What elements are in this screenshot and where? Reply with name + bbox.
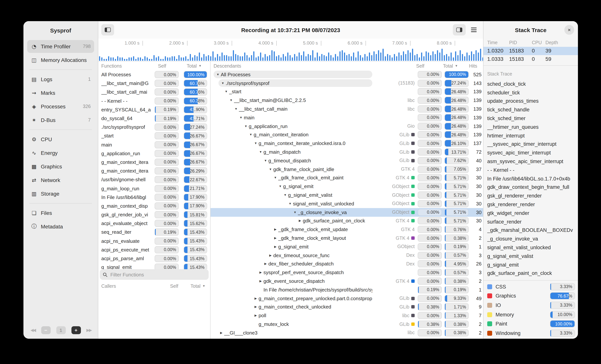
chevron-down-icon[interactable]: ▼	[253, 142, 259, 145]
table-row[interactable]: g_main_context_itera0.00%26.67%26.67%	[98, 158, 210, 166]
tree-row[interactable]: ▼__libc_start_main@GLIBC_2.2.5libc0.00%2…	[210, 96, 483, 105]
chevron-down-icon[interactable]: ▼	[287, 202, 293, 205]
table-row[interactable]: All Processes0.00%100.00%100.00%	[98, 70, 210, 79]
stack-frame[interactable]: sched_clock_tick	[487, 80, 576, 88]
tree-row[interactable]: ▼__libc_start_call_mainlibc0.00%26.48%26…	[210, 105, 483, 113]
table-row[interactable]: - - Kernel - -0.00%60.38%60.38%	[98, 96, 210, 105]
tree-row[interactable]: ▶_gdk_frame_clock_emit_updateGTK 40.00%0…	[210, 225, 483, 234]
tree-row[interactable]: ▶__GI___clone3libc0.00%0.38%0.38%2	[210, 328, 483, 337]
chevron-right-icon[interactable]: ▶	[253, 314, 259, 317]
callers-column-header[interactable]: Callers	[101, 282, 147, 290]
chevron-right-icon[interactable]: ▶	[263, 262, 268, 266]
tree-row[interactable]: ▶dex_timeout_source_funcDex0.00%0.57%0.5…	[210, 251, 483, 259]
stack-frame[interactable]: signal_emit_valist_unlocked	[487, 243, 576, 252]
chevron-down-icon[interactable]: ▼	[263, 159, 268, 162]
chevron-down-icon[interactable]: ▼	[248, 133, 254, 136]
chevron-down-icon[interactable]: ▼	[277, 185, 283, 188]
sidebar-item-energy[interactable]: ∿Energy	[27, 146, 94, 159]
chevron-down-icon[interactable]: ▼	[243, 125, 249, 128]
tree-row[interactable]: ▼g_signal_emit_valistGObject0.00%5.71%5.…	[210, 191, 483, 199]
tree-row[interactable]: ▼g_main_dispatchGLib0.00%13.71%13.71%72	[210, 148, 483, 156]
table-row[interactable]: In File /usr/lib64/libgl0.00%17.90%17.90…	[98, 193, 210, 201]
sidebar-item-storage[interactable]: ▥Storage	[27, 187, 94, 200]
tree-row[interactable]: ▼g_application_runGio0.00%26.48%26.48%13…	[210, 122, 483, 131]
chevron-right-icon[interactable]: ▶	[258, 279, 263, 283]
stack-frame[interactable]: gtk_widget_render	[487, 209, 576, 218]
stack-frame[interactable]: scheduler_tick	[487, 88, 576, 97]
chevron-down-icon[interactable]: ▼	[233, 107, 239, 111]
zoom-level-button[interactable]: 1	[56, 326, 66, 334]
tree-row[interactable]: ▼g_signal_emitGObject0.00%5.71%5.71%30	[210, 182, 483, 191]
tree-row[interactable]: ▼main0.00%26.48%26.48%139	[210, 113, 483, 122]
sidebar-item-network[interactable]: ⇄Network	[27, 174, 94, 187]
stack-frame[interactable]: g_signal_emit	[487, 260, 576, 269]
callers-self-header[interactable]: Self	[170, 282, 189, 290]
chevron-down-icon[interactable]: ▼	[215, 73, 221, 76]
chevron-right-icon[interactable]: ▶	[297, 219, 303, 223]
chevron-right-icon[interactable]: ▶	[253, 305, 259, 309]
stack-frame[interactable]: tick_sched_timer	[487, 114, 576, 123]
stack-frame[interactable]: hrtimer_interrupt	[487, 131, 576, 140]
stack-frame[interactable]: _gdk_marshal_BOOLEAN__BOXEDv	[487, 226, 576, 235]
stack-frame[interactable]: asm_sysvec_apic_timer_interrupt	[487, 157, 576, 166]
tree-row[interactable]: ▶_gdk_frame_clock_emit_layoutGTK 40.00%0…	[210, 234, 483, 242]
table-row[interactable]: entry_SYSCALL_64_a0.19%0.19%41.90%41.90%	[98, 105, 210, 114]
stack-frame[interactable]: surface_render	[487, 218, 576, 226]
descendants-hits-header[interactable]: Hits	[469, 62, 484, 70]
functions-column-header[interactable]: Functions	[101, 62, 154, 70]
sidebar-item-graphics[interactable]: ▩Graphics	[27, 160, 94, 173]
stack-sample-row[interactable]: 1.032015183039	[483, 47, 578, 55]
table-row[interactable]: acpi_ns_evaluate0.00%15.43%15.43%	[98, 237, 210, 245]
stack-frame[interactable]: gsk_gl_renderer_render	[487, 192, 576, 200]
cpu-activity-chart[interactable]	[98, 48, 483, 62]
zoom-out-button[interactable]: −	[41, 326, 50, 334]
stack-frame[interactable]: __hrtimer_run_queues	[487, 123, 576, 131]
chevron-down-icon[interactable]: ▼	[228, 99, 234, 102]
functions-self-header[interactable]: Self	[158, 62, 177, 70]
stack-frame[interactable]: __sysvec_apic_timer_interrupt	[487, 140, 576, 149]
stack-frame[interactable]: In File /usr/lib64/libGL.so.1.7.0+0x4b	[487, 174, 576, 183]
tree-row[interactable]: ▶dex_fiber_scheduler_dispatchDex0.00%4.9…	[210, 259, 483, 268]
filter-functions-input[interactable]	[110, 271, 206, 278]
table-row[interactable]: ./src/sysprof/sysprof0.00%27.24%27.24%	[98, 123, 210, 131]
tree-row[interactable]: ▶g_signal_emitGObject0.00%0.19%0.19%1	[210, 242, 483, 251]
tree-row[interactable]: ▼All Processes0.00%100.00%100.00%525	[210, 70, 483, 79]
table-row[interactable]: main0.00%26.67%26.67%	[98, 140, 210, 149]
table-row[interactable]: acpi_evaluate_object0.00%15.62%15.62%	[98, 219, 210, 228]
table-row[interactable]: /usr/bin/gnome-shell0.00%22.67%22.67%	[98, 175, 210, 184]
stack-frame[interactable]: tick_sched_handle	[487, 105, 576, 114]
table-row[interactable]: gsk_gl_render_job_vi0.00%15.81%15.81%	[98, 210, 210, 219]
chevron-down-icon[interactable]: ▼	[258, 150, 263, 154]
rewind-icon[interactable]: ◀◀	[30, 328, 35, 333]
table-row[interactable]: g_signal_emit0.00%15.43%15.43%	[98, 263, 210, 269]
tree-row[interactable]: g_mutex_lockGLib0.38%0.38%0.38%0.38%2	[210, 320, 483, 328]
tree-row[interactable]: ▼_start0.00%26.48%26.48%139	[210, 87, 483, 96]
table-row[interactable]: __libc_start_call_mai0.00%60.76%60.76%	[98, 88, 210, 96]
chevron-right-icon[interactable]: ▶	[253, 297, 259, 300]
table-row[interactable]: acpi_ps_execute_met0.00%15.43%15.43%	[98, 245, 210, 254]
stack-frame[interactable]: gdk_draw_context_begin_frame_full	[487, 183, 576, 192]
tree-row[interactable]: ▼g_main_context_iterate_unlocked.isra.0G…	[210, 139, 483, 148]
stack-frame[interactable]: gdk_surface_paint_on_clock	[487, 269, 576, 278]
chevron-right-icon[interactable]: ▶	[219, 331, 224, 335]
descendants-total-header[interactable]: Total▼	[443, 62, 458, 70]
sidebar-item-files[interactable]: ❏Files	[27, 207, 94, 219]
stack-frame[interactable]: _g_closure_invoke_va	[487, 235, 576, 243]
chevron-down-icon[interactable]: ▼	[238, 116, 244, 119]
right-panel-toggle-button[interactable]	[453, 24, 466, 36]
chevron-down-icon[interactable]: ▼	[272, 176, 278, 180]
table-row[interactable]: __libc_start_main@G0.00%60.76%60.76%	[98, 79, 210, 88]
tree-row[interactable]: ▼signal_emit_valist_unlockedGObject0.00%…	[210, 199, 483, 208]
fast-forward-icon[interactable]: ▶▶	[86, 328, 91, 333]
chevron-right-icon[interactable]: ▶	[268, 254, 273, 257]
table-row[interactable]: acpi_ps_parse_aml0.00%15.43%15.43%	[98, 254, 210, 263]
chevron-down-icon[interactable]: ▼	[220, 81, 226, 85]
sidebar-item-logs[interactable]: ▤Logs1	[27, 73, 94, 86]
zoom-in-button[interactable]: +	[71, 326, 81, 334]
chevron-right-icon[interactable]: ▶	[272, 236, 278, 240]
tree-row[interactable]: ▼g_timeout_dispatchGLib0.00%7.62%7.62%40	[210, 156, 483, 165]
tree-row[interactable]: In File /home/christian/Projects/sysprof…	[210, 286, 483, 294]
tree-row[interactable]: ▶g_main_context_check_unlockedGLib0.38%0…	[210, 303, 483, 311]
tree-row[interactable]: ▼_gdk_frame_clock_emit_paintGTK 40.00%5.…	[210, 173, 483, 182]
table-row[interactable]: g_main_context_disp0.00%17.90%17.90%	[98, 202, 210, 210]
